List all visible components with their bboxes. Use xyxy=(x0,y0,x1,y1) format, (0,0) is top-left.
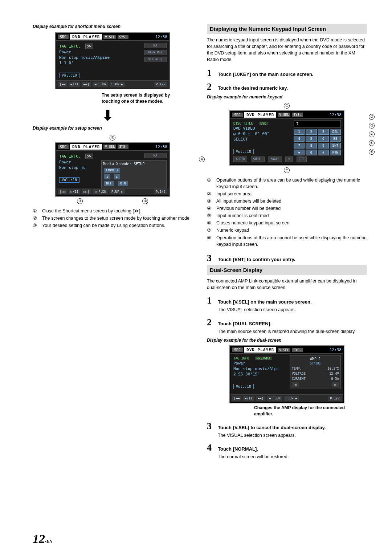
callout-3: ③ xyxy=(77,198,83,204)
key-4: 4 xyxy=(294,136,305,142)
lcd-dual: SRC DVD PLAYER V.SEL SYS. 12:38 AMP 1 ST… xyxy=(230,346,344,403)
dstep-2: Touch [DUAL SCREEN]. xyxy=(218,321,271,326)
step-2-num: 2 xyxy=(207,82,214,92)
kc-1: ① xyxy=(284,103,290,109)
down-arrow-icon: ⬇ xyxy=(102,108,192,123)
ds-p12: P.1/2 xyxy=(328,396,342,401)
counter: 0' 00" xyxy=(255,131,270,136)
lcd-src2: SRC xyxy=(58,145,69,149)
dvd-badge: DVD xyxy=(259,122,268,125)
kp-src: SRC xyxy=(232,113,243,117)
le-n3: ③ xyxy=(33,222,39,229)
amp-title: AMP 1 xyxy=(292,357,339,361)
dstep-1-num: 1 xyxy=(207,296,214,305)
amp-volt-lbl: VOLTAGE xyxy=(292,372,306,375)
lcd-sys2: SYS. xyxy=(118,145,128,149)
keypad-enum: ①Operation buttons of this area can be u… xyxy=(207,177,367,248)
para-numeric: The numeric keypad input screen is displ… xyxy=(207,37,367,63)
setup-arrow-right-icon: ► xyxy=(114,174,120,179)
para-dual: The connected AMP Link-compatible extern… xyxy=(207,278,367,291)
page-number: 12-EN xyxy=(33,532,53,546)
btn-prev2: |◄◄ xyxy=(58,189,67,194)
ke-n3: ③ xyxy=(207,198,213,204)
right-column: Displaying the Numeric Keypad Input Scre… xyxy=(207,22,367,460)
kp-vol: Vol.:10 xyxy=(233,149,254,154)
ke-n1: ① xyxy=(207,177,213,190)
kp-vsel: V.SEL xyxy=(278,113,290,117)
btn-p12: P.1/2 xyxy=(154,82,167,87)
setup-panel-title: Media Xpander SETUP xyxy=(103,162,165,166)
kp-sys: SYS. xyxy=(292,113,303,117)
key-3: 3 xyxy=(318,129,329,135)
step-3-num: 3 xyxy=(207,253,214,263)
ds-fdn: ◄ F.DN xyxy=(267,396,282,401)
key-0: 0 xyxy=(306,150,317,155)
ke-n5: ⑤ xyxy=(207,212,213,219)
ke-t7: Numeric keypad xyxy=(216,227,249,233)
dstep-3-num: 3 xyxy=(207,422,214,431)
ke-t1: Operation buttons of this area can be us… xyxy=(216,177,367,190)
heading-dual: Dual-Screen Display xyxy=(207,265,367,275)
kp-time: 12:38 xyxy=(330,113,342,117)
shortcut-close-icon2: ≫ xyxy=(85,154,93,159)
kc-8: ⑧ xyxy=(199,156,205,162)
le-n1: ① xyxy=(33,208,39,214)
lcd-vsel2: V.SEL xyxy=(103,145,116,149)
kc-5: ⑤ xyxy=(369,140,375,146)
chip-mx: MX xyxy=(144,43,167,48)
callout-2: ② xyxy=(142,198,148,204)
key-del: DEL xyxy=(330,129,341,135)
btn-play: ►/II xyxy=(69,82,80,87)
ke-t2: Input screen area xyxy=(216,191,252,197)
caption-keypad: Display example for numeric keypad xyxy=(207,94,367,99)
ds-taginfo: TAG INFO. xyxy=(233,357,251,360)
ds-fup: F.UP ► xyxy=(284,396,299,401)
setup-mode: CMPM 3 xyxy=(104,168,120,173)
le-n2: ② xyxy=(33,215,39,221)
ke-n7: ⑦ xyxy=(207,227,213,233)
dstep-1-sub: The VISUAL selection screen appears. xyxy=(218,307,367,313)
lcd-title: DVD PLAYER xyxy=(70,34,102,40)
dstep-2-sub: The main source screen is restored showi… xyxy=(218,329,367,335)
dstep-4: Touch [NORMAL]. xyxy=(218,446,258,452)
key-5: 5 xyxy=(306,136,317,142)
le-t2: The screen changes to the setup screen m… xyxy=(42,215,191,221)
ds-prev: |◄◄ xyxy=(232,396,241,401)
key-9: 9 xyxy=(318,143,329,149)
ke-t8: Operation buttons of this area cannot be… xyxy=(216,235,367,248)
btn-subt: SUBT. xyxy=(251,156,265,162)
lcd-vsel: V.SEL xyxy=(103,35,116,39)
btn-next: ►►| xyxy=(82,82,91,87)
keypad-input: 7 xyxy=(294,120,341,128)
kc-3: ③ xyxy=(369,123,375,129)
setup-on: O N xyxy=(118,181,128,186)
ds-sys: SYS. xyxy=(292,348,303,352)
setup-off: OFF xyxy=(104,181,114,186)
lcd-time: 12:38 xyxy=(155,34,167,39)
dual-note: Changes the AMP display for the connecte… xyxy=(254,405,348,417)
ke-t4: Previous number will be deleted xyxy=(216,205,281,212)
lcd-keypad: SRC DVD PLAYER V.SEL SYS. 12:38 7 1 2 3 … xyxy=(230,111,344,165)
chip-mx2: MX xyxy=(144,153,167,158)
dstep-4-sub: The normal screen will be restored. xyxy=(218,454,367,460)
left-enum: ①Close the Shortcut menu screen by touch… xyxy=(33,208,192,229)
btn-fdn2: ◄ F.DN xyxy=(93,189,108,194)
ke-n8: ⑧ xyxy=(207,235,213,248)
key-7: 7 xyxy=(294,143,305,149)
lcd-vol: Vol.:10 xyxy=(59,73,79,78)
caption-shortcut: Display example for shortcut menu screen xyxy=(33,24,192,29)
lcd-sys: SYS. xyxy=(118,35,128,39)
ke-t3: All input numbers will be deleted xyxy=(216,198,281,204)
dstep-1: Touch [V.SEL] on the main source screen. xyxy=(218,299,312,305)
btn-return-icon: ⟲ xyxy=(285,156,293,162)
ds-title: DVD PLAYER xyxy=(244,347,276,353)
callout-1: ① xyxy=(110,135,115,141)
btn-fdn: ◄ F.DN xyxy=(93,82,108,87)
chip-visual: VisualEQ xyxy=(144,57,167,62)
ds-time: 12:38 xyxy=(330,347,342,352)
ke-n2: ② xyxy=(207,191,213,197)
lcd-vol2: Vol.:10 xyxy=(59,177,79,183)
btn-top: TOP xyxy=(297,156,307,162)
kc-7: ⑦ xyxy=(284,167,290,173)
kc-2: ② xyxy=(369,114,375,120)
